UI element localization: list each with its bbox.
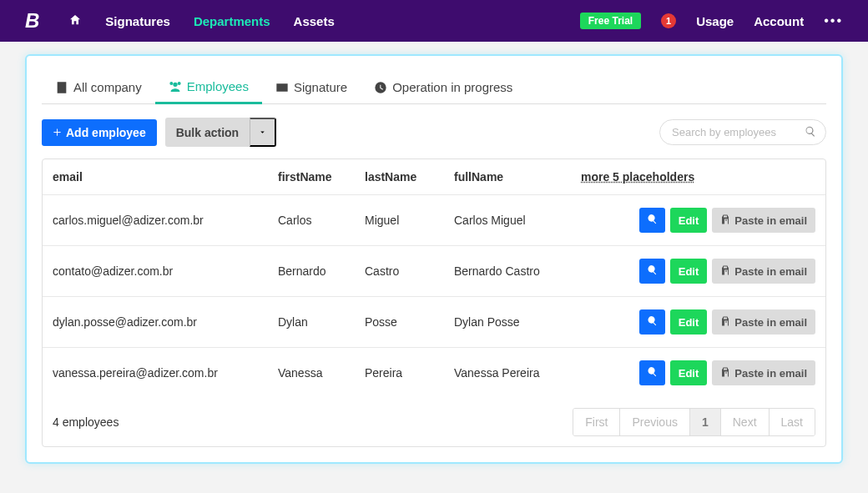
paste-label: Paste in email (734, 316, 807, 329)
zoom-button[interactable] (639, 259, 665, 284)
zoom-icon (647, 315, 658, 329)
page-last[interactable]: Last (770, 409, 815, 435)
nav-signatures[interactable]: Signatures (105, 14, 170, 28)
cell-last: Miguel (365, 214, 454, 227)
paste-label: Paste in email (734, 265, 807, 278)
nav-right: Free Trial 1 Usage Account ••• (580, 13, 843, 29)
cell-full: Vanessa Pereira (454, 366, 581, 380)
table-footer: 4 employees First Previous 1 Next Last (43, 398, 825, 446)
search-input[interactable] (659, 119, 826, 145)
cell-full: Carlos Miguel (454, 214, 581, 227)
bulk-action-caret[interactable] (250, 118, 276, 147)
edit-button[interactable]: Edit (670, 309, 708, 335)
paste-button[interactable]: Paste in email (712, 309, 815, 335)
pagination: First Previous 1 Next Last (573, 408, 815, 436)
page-prev[interactable]: Previous (620, 409, 689, 435)
building-icon (55, 81, 68, 94)
zoom-button[interactable] (639, 309, 665, 335)
edit-label: Edit (679, 265, 699, 278)
col-full: fullName (454, 170, 581, 184)
more-placeholders-link[interactable]: more 5 placeholders (581, 170, 694, 184)
add-employee-button[interactable]: Add employee (42, 119, 157, 146)
nav-departments[interactable]: Departments (194, 14, 270, 28)
edit-button[interactable]: Edit (670, 208, 708, 233)
paste-icon (720, 214, 730, 227)
clock-icon (374, 81, 387, 94)
tab-all-company[interactable]: All company (42, 71, 155, 103)
employees-card: All company Employees Signature Operatio… (25, 54, 843, 464)
paste-button[interactable]: Paste in email (712, 360, 815, 385)
cell-full: Dylan Posse (454, 315, 581, 329)
edit-button[interactable]: Edit (670, 360, 708, 385)
table-row: carlos.miguel@adizer.com.br Carlos Migue… (43, 195, 825, 246)
paste-button[interactable]: Paste in email (712, 259, 815, 284)
tab-label: All company (73, 80, 142, 94)
edit-label: Edit (679, 367, 699, 380)
brand-logo[interactable]: B (25, 9, 39, 33)
paste-button[interactable]: Paste in email (712, 208, 815, 233)
chevron-down-icon (259, 126, 266, 138)
page-first[interactable]: First (573, 409, 620, 435)
col-email: email (53, 170, 278, 184)
nav-left: Signatures Departments Assets (68, 13, 334, 29)
zoom-icon (647, 214, 658, 227)
zoom-button[interactable] (639, 360, 665, 385)
row-actions: Edit Paste in email (639, 309, 815, 335)
tab-operation[interactable]: Operation in progress (361, 71, 526, 103)
cell-email: carlos.miguel@adizer.com.br (53, 214, 278, 227)
page-next[interactable]: Next (721, 409, 770, 435)
edit-label: Edit (679, 214, 699, 227)
search-wrap (659, 119, 826, 145)
zoom-button[interactable] (639, 208, 665, 233)
cell-email: vanessa.pereira@adizer.com.br (53, 366, 278, 380)
cell-first: Carlos (278, 214, 365, 227)
table-row: contato@adizer.com.br Bernardo Castro Be… (43, 246, 825, 297)
paste-icon (720, 367, 730, 380)
cell-full: Bernardo Castro (454, 264, 581, 278)
more-menu-icon[interactable]: ••• (824, 13, 843, 28)
bulk-action-group: Bulk action (165, 118, 276, 147)
zoom-icon (647, 264, 658, 278)
paste-icon (720, 265, 730, 278)
users-icon (169, 80, 182, 93)
page-current[interactable]: 1 (690, 409, 721, 435)
nav-assets[interactable]: Assets (294, 14, 335, 28)
table-row: vanessa.pereira@adizer.com.br Vanessa Pe… (43, 348, 825, 398)
cell-first: Vanessa (278, 366, 365, 380)
bulk-action-button[interactable]: Bulk action (165, 118, 250, 147)
table-header: email firstName lastName fullName more 5… (43, 159, 825, 195)
tab-label: Employees (187, 79, 249, 93)
search-icon[interactable] (805, 125, 816, 139)
home-icon[interactable] (68, 13, 82, 29)
tab-label: Operation in progress (392, 80, 512, 94)
cell-last: Pereira (365, 366, 454, 380)
paste-label: Paste in email (734, 214, 807, 227)
plus-icon (53, 126, 62, 139)
employee-count: 4 employees (53, 415, 119, 429)
row-actions: Edit Paste in email (639, 259, 815, 284)
cell-email: contato@adizer.com.br (53, 264, 278, 278)
id-card-icon (275, 81, 289, 94)
tab-label: Signature (294, 80, 347, 94)
paste-label: Paste in email (734, 367, 807, 380)
card-tabs: All company Employees Signature Operatio… (42, 71, 826, 104)
notification-badge[interactable]: 1 (661, 13, 676, 28)
col-last: lastName (365, 170, 454, 184)
row-actions: Edit Paste in email (639, 208, 815, 233)
edit-label: Edit (679, 316, 699, 329)
employees-table: email firstName lastName fullName more 5… (42, 158, 826, 447)
paste-icon (720, 316, 730, 329)
toolbar: Add employee Bulk action (42, 118, 826, 147)
cell-first: Bernardo (278, 264, 365, 278)
nav-usage[interactable]: Usage (696, 14, 734, 28)
col-first: firstName (278, 170, 365, 184)
cell-last: Posse (365, 315, 454, 329)
zoom-icon (647, 366, 658, 380)
tab-employees[interactable]: Employees (155, 71, 262, 104)
nav-account[interactable]: Account (754, 14, 804, 28)
navbar: B Signatures Departments Assets Free Tri… (0, 0, 868, 42)
free-trial-badge[interactable]: Free Trial (580, 13, 641, 29)
cell-first: Dylan (278, 315, 365, 329)
edit-button[interactable]: Edit (670, 259, 708, 284)
tab-signature[interactable]: Signature (262, 71, 361, 103)
